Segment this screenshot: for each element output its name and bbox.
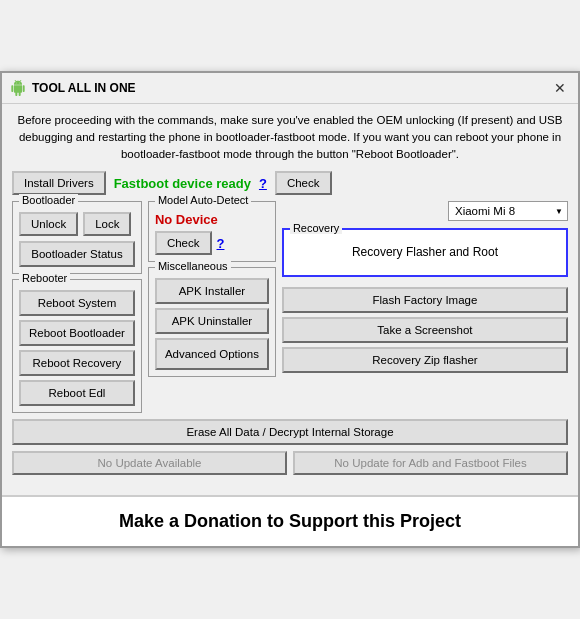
reboot-recovery-button[interactable]: Reboot Recovery	[19, 350, 135, 376]
no-update-label: No Update Available	[12, 451, 287, 475]
rebooter-group: Rebooter Reboot System Reboot Bootloader…	[12, 279, 142, 413]
unlock-button[interactable]: Unlock	[19, 212, 78, 236]
check-fastboot-button[interactable]: Check	[275, 171, 332, 195]
model-value: Xiaomi Mi 8	[455, 205, 515, 217]
title-bar: TOOL ALL IN ONE ✕	[2, 73, 578, 104]
no-update-row: No Update Available No Update for Adb an…	[12, 451, 568, 475]
android-icon	[10, 80, 26, 96]
no-adb-update-label: No Update for Adb and Fastboot Files	[293, 451, 568, 475]
apk-installer-button[interactable]: APK Installer	[155, 278, 269, 304]
right-action-buttons: Flash Factory Image Take a Screenshot Re…	[282, 287, 568, 373]
recovery-flasher-button[interactable]: Recovery Flasher and Root	[290, 236, 560, 269]
middle-column: Model Auto-Detect No Device Check ? Misc…	[148, 201, 276, 413]
main-content: Before proceeding with the commands, mak…	[2, 104, 578, 490]
fastboot-status: Fastboot device ready	[114, 176, 251, 191]
recovery-label: Recovery	[290, 222, 342, 234]
no-device-status: No Device	[155, 212, 218, 227]
recovery-group: Recovery Recovery Flasher and Root	[282, 228, 568, 277]
bootloader-label: Bootloader	[19, 194, 78, 206]
model-dropdown[interactable]: Xiaomi Mi 8 ▼	[448, 201, 568, 221]
main-grid: Bootloader Unlock Lock Bootloader Status…	[12, 201, 568, 413]
close-button[interactable]: ✕	[550, 78, 570, 98]
recovery-zip-button[interactable]: Recovery Zip flasher	[282, 347, 568, 373]
info-text: Before proceeding with the commands, mak…	[12, 112, 568, 164]
check-model-button[interactable]: Check	[155, 231, 212, 255]
right-column: Xiaomi Mi 8 ▼ Recovery Recovery Flasher …	[282, 201, 568, 413]
donate-section[interactable]: Make a Donation to Support this Project	[2, 495, 578, 546]
title-bar-left: TOOL ALL IN ONE	[10, 80, 136, 96]
install-drivers-row: Install Drivers Fastboot device ready ? …	[12, 171, 568, 195]
fastboot-help-link[interactable]: ?	[259, 176, 267, 191]
reboot-bootloader-button[interactable]: Reboot Bootloader	[19, 320, 135, 346]
model-detect-label: Model Auto-Detect	[155, 194, 252, 206]
bootloader-status-button[interactable]: Bootloader Status	[19, 241, 135, 267]
rebooter-label: Rebooter	[19, 272, 70, 284]
dropdown-arrow-icon: ▼	[555, 207, 563, 216]
misc-label: Miscellaneous	[155, 260, 231, 272]
install-drivers-button[interactable]: Install Drivers	[12, 171, 106, 195]
apk-uninstaller-button[interactable]: APK Uninstaller	[155, 308, 269, 334]
model-help-link[interactable]: ?	[217, 236, 225, 251]
main-window: TOOL ALL IN ONE ✕ Before proceeding with…	[0, 71, 580, 549]
bootloader-group: Bootloader Unlock Lock Bootloader Status	[12, 201, 142, 274]
erase-row: Erase All Data / Decrypt Internal Storag…	[12, 419, 568, 445]
reboot-system-button[interactable]: Reboot System	[19, 290, 135, 316]
flash-factory-button[interactable]: Flash Factory Image	[282, 287, 568, 313]
left-column: Bootloader Unlock Lock Bootloader Status…	[12, 201, 142, 413]
window-title: TOOL ALL IN ONE	[32, 81, 136, 95]
model-detect-group: Model Auto-Detect No Device Check ?	[148, 201, 276, 262]
screenshot-button[interactable]: Take a Screenshot	[282, 317, 568, 343]
erase-all-button[interactable]: Erase All Data / Decrypt Internal Storag…	[12, 419, 568, 445]
advanced-options-button[interactable]: Advanced Options	[155, 338, 269, 370]
donate-text: Make a Donation to Support this Project	[119, 511, 461, 531]
recovery-flasher-text: Recovery Flasher and Root	[352, 245, 498, 259]
reboot-edl-button[interactable]: Reboot Edl	[19, 380, 135, 406]
misc-group: Miscellaneous APK Installer APK Uninstal…	[148, 267, 276, 377]
lock-button[interactable]: Lock	[83, 212, 131, 236]
